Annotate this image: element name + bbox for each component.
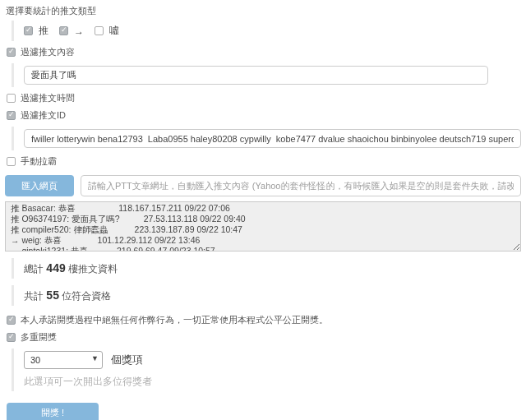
draw-button[interactable]: 開獎 ! [7,403,99,420]
checkbox-type-push[interactable] [24,26,33,35]
pledge-label: 本人承諾開獎過程中絕無任何作弊行為，一切正常使用本程式公平公正開獎。 [21,314,328,326]
qualified-line: 共計 55 位符合資格 [12,285,521,306]
qualified-prefix: 共計 [24,290,44,302]
multi-draw-note: 此選項可一次開出多位得獎者 [24,375,521,389]
checkbox-type-boo-label: 噓 [109,24,119,38]
filter-id-label: 過濾推文ID [21,109,66,122]
checkbox-type-push-label: 推 [39,24,48,38]
total-push-line: 總計 449 樓推文資料 [12,258,521,279]
multi-draw-row: 多重開獎 [7,331,521,344]
prize-count-select[interactable]: 30 [24,351,103,369]
push-type-section-label: 選擇要統計的推文類型 [6,5,521,17]
checkbox-filter-content[interactable] [7,48,16,57]
total-push-count: 449 [46,261,65,275]
checkbox-manual-slot[interactable] [7,157,16,166]
checkbox-type-arrow-label: → [74,25,84,37]
filter-content-label: 過濾推文內容 [21,46,75,58]
filter-content-input[interactable] [24,66,488,85]
filter-time-label: 過濾推文時間 [21,92,75,104]
push-type-checkbox-row: 推 → 噓 [24,23,521,39]
push-content-textarea[interactable]: 推 Basacar: 恭喜 118.167.157.211 09/22 07:0… [5,201,521,252]
checkbox-filter-id[interactable] [7,111,16,120]
checkbox-filter-time[interactable] [7,94,16,103]
pledge-row: 本人承諾開獎過程中絕無任何作弊行為，一切正常使用本程式公平公正開獎。 [7,314,521,326]
total-prefix: 總計 [24,263,44,275]
qualified-suffix: 位符合資格 [62,290,111,302]
qualified-count: 55 [46,288,59,302]
import-webpage-button[interactable]: 匯入網頁 [5,175,74,196]
filter-content-group [12,63,521,87]
total-suffix: 樓推文資料 [68,263,118,275]
prize-count-select-wrap: 30 ▼ [24,351,103,369]
checkbox-type-boo[interactable] [95,26,104,35]
checkbox-pledge[interactable] [7,316,16,325]
filter-content-row: 過濾推文內容 [7,46,521,58]
import-row: 匯入網頁 [5,175,521,196]
article-url-input[interactable] [81,175,521,196]
ptt-lottery-page: 選擇要統計的推文類型 推 → 噓 過濾推文內容 過濾推文時間 過濾推文ID 手動… [0,0,526,420]
checkbox-type-arrow[interactable] [59,26,68,35]
filter-time-row: 過濾推文時間 [7,92,521,104]
filter-id-input[interactable] [24,129,521,148]
prize-count-row: 30 ▼ 個獎項 [24,351,521,369]
filter-id-group [12,127,521,150]
manual-slot-label: 手動拉霸 [21,155,57,168]
manual-slot-row: 手動拉霸 [7,155,521,168]
push-type-group: 推 → 噓 [12,21,521,41]
checkbox-multi-draw[interactable] [7,333,16,342]
prize-unit-label: 個獎項 [111,353,143,367]
prize-count-group: 30 ▼ 個獎項 此選項可一次開出多位得獎者 [12,348,521,391]
filter-id-row: 過濾推文ID [7,109,521,122]
multi-draw-label: 多重開獎 [21,331,57,344]
